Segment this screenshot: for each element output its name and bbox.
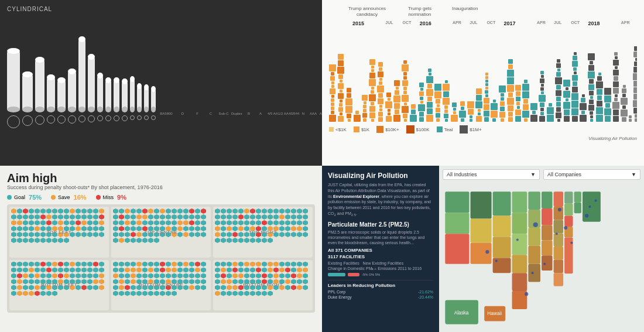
hex — [273, 268, 279, 273]
cyl-circle — [47, 115, 55, 124]
all-companies: All 371 COMPANIES — [328, 248, 433, 253]
hex — [35, 208, 40, 214]
cylindrical-chart — [7, 16, 315, 109]
tl-dot — [540, 108, 544, 111]
tl-dot — [369, 94, 376, 101]
tl-dot — [590, 119, 593, 122]
tl-dot — [572, 116, 578, 122]
tl-dot — [443, 84, 450, 91]
tl-dot — [491, 103, 498, 110]
poll-body: JUST Capital, utilizing data from the EP… — [328, 182, 433, 218]
hex — [99, 273, 104, 279]
hex — [285, 226, 290, 231]
hex — [17, 226, 22, 231]
cyl-label: D — [176, 112, 189, 128]
legend-goal: Goal 75% — [7, 194, 42, 201]
cyl-label: F — [191, 112, 203, 128]
state-ny — [564, 204, 573, 216]
hex — [189, 226, 194, 231]
hex — [131, 214, 136, 220]
tl-dot — [508, 64, 513, 69]
hex — [227, 268, 232, 273]
cyl-circle — [144, 115, 149, 120]
hex — [195, 232, 200, 237]
hex — [131, 268, 136, 273]
hex — [273, 214, 279, 220]
hex — [46, 238, 52, 243]
hex — [81, 279, 87, 285]
hex — [285, 208, 290, 214]
cyl-bar-wrap — [151, 89, 156, 109]
tl-dot — [573, 67, 577, 71]
hex — [125, 285, 130, 290]
hex — [136, 268, 142, 273]
tl-dot — [633, 67, 637, 73]
tl-dot — [589, 100, 594, 104]
hex — [268, 208, 273, 214]
miss-label: Miss — [103, 194, 114, 200]
tl-dot — [459, 111, 466, 118]
hex — [23, 285, 28, 290]
tl-dot — [573, 56, 577, 60]
hex — [227, 220, 232, 225]
tl-dot — [478, 109, 481, 112]
cyl-bar-wrap — [122, 81, 128, 109]
hex — [250, 238, 255, 243]
company-select[interactable]: All Companies ▼ — [543, 169, 640, 180]
tl-dot — [613, 109, 619, 115]
hex — [125, 214, 130, 220]
cyl-bar-wrap — [97, 76, 103, 109]
hex — [46, 262, 52, 267]
hex — [221, 291, 226, 296]
hex — [136, 232, 142, 237]
hex — [58, 214, 63, 220]
hex — [29, 262, 34, 267]
hex — [262, 273, 267, 279]
tl-dot — [403, 114, 407, 118]
hex — [303, 262, 308, 267]
tl-dot — [556, 97, 561, 101]
hex — [291, 285, 296, 290]
cyl-bar-wrap — [22, 74, 33, 109]
tl-dot — [386, 93, 391, 97]
hex — [11, 220, 16, 225]
hex — [189, 214, 194, 220]
hex — [148, 220, 153, 225]
hex — [46, 268, 52, 273]
hex — [303, 268, 308, 273]
hex — [273, 208, 279, 214]
tl-dot — [444, 109, 448, 113]
hex — [172, 291, 177, 296]
tl-dot — [598, 73, 601, 76]
tl-dot — [515, 85, 521, 91]
hex — [221, 238, 226, 243]
tl-col — [522, 80, 529, 122]
tl-dot — [329, 64, 336, 71]
hex — [35, 238, 40, 243]
tl-col — [555, 59, 562, 122]
penalty-cell-label: TOP RIGHT — [249, 230, 277, 235]
tl-dot — [478, 112, 481, 115]
hex — [40, 273, 46, 279]
hex — [136, 226, 142, 231]
tl-dot — [563, 102, 570, 109]
hex — [17, 238, 22, 243]
tl-dot — [436, 108, 440, 112]
miss-dot — [96, 195, 101, 200]
tl-dot — [493, 100, 496, 102]
cyl-circle — [35, 115, 44, 125]
hex — [297, 268, 302, 273]
hex — [273, 220, 279, 225]
hex — [262, 220, 267, 225]
hex — [285, 232, 290, 237]
cyl-bar — [68, 71, 76, 109]
tl-dot — [604, 95, 611, 102]
tl-dot — [475, 101, 482, 108]
hex — [297, 226, 302, 231]
tl-dot — [369, 112, 375, 118]
industry-select[interactable]: All Industries ▼ — [443, 169, 540, 180]
hex — [76, 268, 81, 273]
tl-dot — [419, 112, 424, 117]
tl-dot — [556, 63, 561, 68]
hex — [256, 262, 261, 267]
